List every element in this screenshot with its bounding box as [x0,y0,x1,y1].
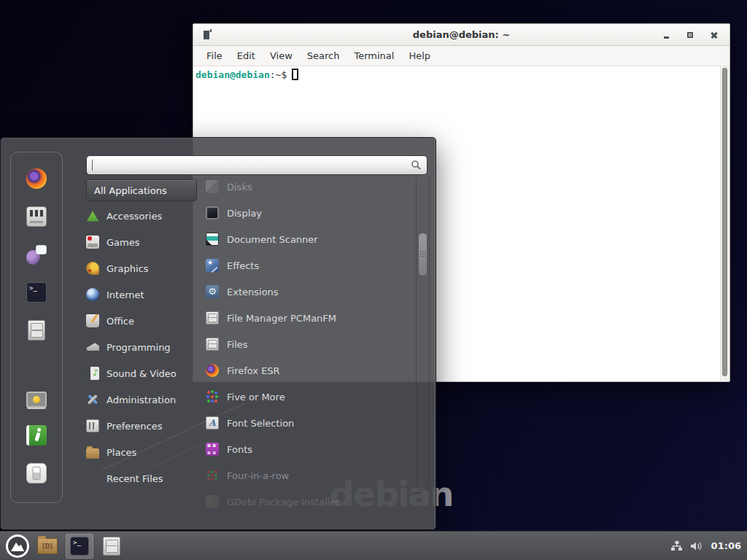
category-icon [86,419,99,432]
category-item[interactable]: Places [86,439,197,465]
pidgin-favorite-icon[interactable] [26,244,47,265]
terminal-title: debian@debian: ~ [413,29,510,40]
terminal-menu-item[interactable]: View [263,46,300,66]
category-label: Sound & Video [107,368,177,379]
text-caret [92,160,93,171]
taskbar: 01:06 [0,531,747,560]
category-item[interactable]: Office [86,308,197,334]
app-icon [206,180,219,193]
all-applications-button[interactable]: All Applications [86,179,197,201]
app-icon [206,390,219,403]
menu-logo-icon[interactable] [6,534,29,558]
category-icon [86,236,99,249]
category-label: Places [107,447,136,458]
menu-scrollbar-track [416,178,430,490]
terminal-menu-item[interactable]: Search [300,46,347,66]
category-icon [86,367,99,380]
app-item[interactable]: Firefox ESR [206,357,409,384]
category-icon [86,393,99,406]
category-label: Programming [107,342,171,353]
app-item[interactable]: Five or More [206,384,409,410]
app-item[interactable]: Display [206,200,409,226]
terminal-titlebar[interactable]: debian@debian: ~ [193,24,729,46]
terminal-favorite-icon[interactable] [26,282,47,303]
app-icon [206,259,219,272]
category-list: All Applications Accessories Games Graph… [86,179,197,491]
network-icon[interactable] [670,540,683,552]
app-item[interactable]: Effects [206,252,409,279]
app-label: Effects [227,260,259,271]
app-icon [206,338,219,351]
app-item[interactable]: Four-in-a-row [206,462,409,489]
app-label: Display [227,208,262,219]
category-item[interactable]: Internet [86,281,197,308]
mixer-favorite-icon[interactable] [26,206,47,227]
app-label: Firefox ESR [227,365,280,376]
search-icon [411,160,422,171]
app-item[interactable]: Font Selection [206,410,409,436]
shutdown-icon[interactable] [26,463,47,483]
app-label: Four-in-a-row [227,470,289,481]
terminal-window-icon [204,31,209,39]
app-label: Files [227,339,248,350]
category-item[interactable]: Accessories [86,203,197,229]
app-item[interactable]: Fonts [206,436,409,462]
terminal-scrollbar-thumb[interactable] [722,68,727,376]
category-item[interactable]: Games [86,229,197,255]
app-icon [206,233,219,246]
app-icon [206,364,219,377]
favorites-sidebar [10,152,63,503]
app-label: Five or More [227,392,285,402]
folder-icon [37,538,58,554]
terminal-menu-item[interactable]: Help [401,46,438,66]
category-icon [86,262,99,275]
lock-screen-icon[interactable] [26,392,47,408]
terminal-launcher-icon[interactable] [66,534,93,559]
app-label: Extensions [227,287,279,298]
folder-launcher-icon[interactable] [36,535,58,557]
app-item[interactable]: Extensions [206,279,409,305]
category-label: Internet [107,289,144,300]
files-favorite-icon[interactable] [28,320,45,341]
files-launcher-icon[interactable] [101,535,123,557]
close-icon[interactable] [709,30,719,40]
app-item[interactable]: Disks [206,174,409,200]
firefox-favorite-icon[interactable] [26,168,47,189]
search-input[interactable] [86,155,427,175]
minimize-icon[interactable] [661,30,671,40]
category-icon [86,288,99,301]
category-item[interactable]: Sound & Video [86,360,197,386]
category-item[interactable]: Programming [86,334,197,360]
maximize-icon[interactable] [685,30,695,40]
logout-icon[interactable] [26,425,47,446]
terminal-menu-item[interactable]: File [199,46,230,66]
application-list: Disks Display Document Scanner Effects E… [206,174,409,515]
clock[interactable]: 01:06 [711,540,741,551]
category-item[interactable]: Graphics [86,255,197,281]
app-item[interactable]: GDebi Package Installer [206,489,409,515]
app-icon [206,469,219,482]
category-item[interactable]: Recent Files [86,465,197,491]
terminal-menu-item[interactable]: Edit [230,46,263,66]
category-icon [86,314,99,327]
category-item[interactable]: Administration [86,386,197,413]
app-icon [206,311,219,324]
category-label: Graphics [107,263,148,274]
menu-scrollbar-thumb[interactable] [418,233,427,276]
terminal-menu-item[interactable]: Terminal [347,46,401,66]
category-label: Preferences [107,421,162,432]
app-icon [206,285,219,298]
app-item[interactable]: Files [206,331,409,357]
terminal-cursor [292,69,298,80]
category-item[interactable]: Preferences [86,413,197,439]
category-label: Games [107,237,139,248]
app-label: Disks [227,182,252,192]
volume-icon[interactable] [690,540,704,552]
category-icon [86,209,99,222]
category-label: Administration [107,394,176,405]
app-icon [206,443,219,456]
category-icon [86,341,99,354]
category-label: Office [107,316,134,327]
app-item[interactable]: File Manager PCManFM [206,305,409,331]
app-item[interactable]: Document Scanner [206,226,409,252]
